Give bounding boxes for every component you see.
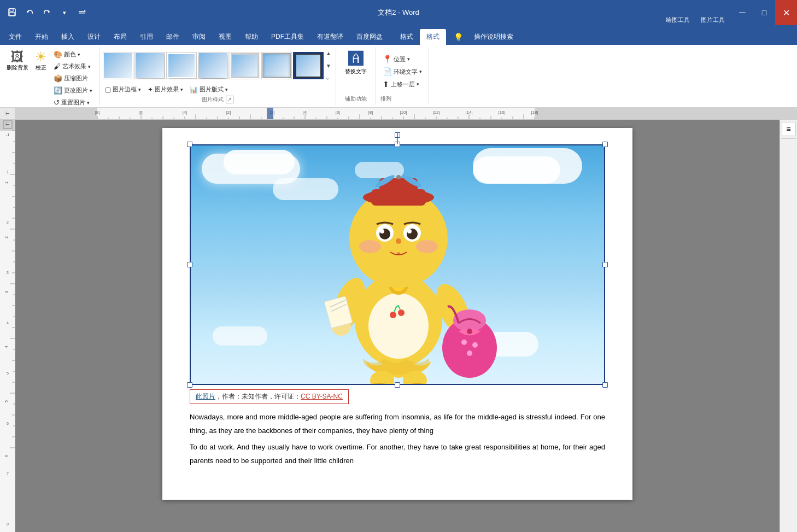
pic-style-7[interactable]	[293, 52, 324, 79]
help-icon-btn[interactable]: 💡	[448, 30, 468, 45]
handle-middle-left[interactable]	[187, 262, 192, 267]
picture-tools-label: 图片工具	[696, 15, 729, 25]
pic-style-1[interactable]	[103, 52, 133, 79]
tab-insert[interactable]: 插入	[55, 29, 81, 45]
calibrate-button[interactable]: ☀ 校正	[33, 48, 49, 72]
svg-text:|14|: |14|	[465, 110, 472, 115]
pic-style-4[interactable]	[198, 52, 228, 79]
tab-mailings[interactable]: 邮件	[160, 29, 186, 45]
position-button[interactable]: 📍 位置 ▾	[380, 54, 424, 65]
qat-dropdown-button[interactable]: ▾	[57, 5, 72, 20]
tab-format2[interactable]: 格式	[420, 29, 446, 45]
ribbon-group-aux: 🅰 替换文字 辅助功能	[336, 47, 376, 105]
svg-point-130	[396, 238, 401, 244]
tab-home[interactable]: 开始	[28, 29, 55, 45]
image-container[interactable]	[190, 144, 605, 385]
handle-top-right[interactable]	[602, 142, 608, 147]
redo-button[interactable]	[39, 5, 55, 20]
svg-text:|8|: |8|	[95, 110, 100, 115]
pic-styles-group-label: 图片样式 ↗	[103, 95, 332, 103]
tab-format1[interactable]: 格式	[394, 29, 420, 45]
svg-rect-65	[267, 108, 273, 119]
color-button[interactable]: 🎨 颜色 ▾	[51, 49, 95, 60]
vertical-ruler: 1 2 3 4 5 6 -1 ⊢ 1 2 3 4 5 6 7 8	[0, 120, 15, 532]
svg-text:|18|: |18|	[531, 110, 538, 115]
main-area: 1 2 3 4 5 6 -1 ⊢ 1 2 3 4 5 6 7 8	[0, 120, 797, 532]
svg-point-143	[461, 340, 467, 345]
pic-border-button[interactable]: ▢ 图片边框 ▾	[103, 84, 143, 95]
handle-bottom-center[interactable]	[395, 382, 400, 388]
tab-view[interactable]: 视图	[212, 29, 238, 45]
handle-bottom-right[interactable]	[602, 382, 608, 388]
tab-design[interactable]: 设计	[81, 29, 107, 45]
svg-point-108	[368, 293, 429, 359]
pic-style-5[interactable]	[230, 52, 260, 79]
styles-scroll-down[interactable]: ▼	[325, 62, 332, 70]
change-picture-button[interactable]: 🔄 更改图片 ▾	[51, 85, 95, 96]
tab-review[interactable]: 审阅	[186, 29, 212, 45]
document-canvas[interactable]: 此照片，作者：未知作者，许可证：CC BY-SA-NC Nowadays, mo…	[15, 120, 780, 532]
search-ribbon-btn[interactable]: 操作说明搜索	[468, 29, 519, 45]
art-effect-button[interactable]: 🖌 艺术效果 ▾	[51, 61, 95, 72]
svg-point-109	[390, 312, 396, 318]
window-title: 文档2 - Word	[378, 8, 419, 17]
svg-marker-7	[84, 10, 86, 11]
svg-text:|4|: |4|	[183, 110, 187, 115]
pic-style-3[interactable]	[166, 52, 197, 79]
svg-text:|6|: |6|	[139, 110, 144, 115]
styles-expand[interactable]: ⬦	[325, 74, 332, 82]
sidebar-layout-button[interactable]: ≡	[782, 122, 796, 136]
bring-forward-button[interactable]: ⬆ 上移一层 ▾	[380, 79, 424, 90]
handle-top-left[interactable]	[187, 142, 192, 147]
maximize-button[interactable]: □	[753, 0, 775, 25]
ribbon-group-arrange: 📍 位置 ▾ 📄 环绕文字 ▾ ⬆ 上移一层 ▾ 排列	[376, 47, 429, 105]
caption-link-license[interactable]: CC BY-SA-NC	[301, 393, 343, 400]
caption-link-photo[interactable]: 此照片	[196, 393, 215, 400]
svg-text:|8|: |8|	[368, 110, 373, 115]
wrap-text-button[interactable]: 📄 环绕文字 ▾	[380, 66, 424, 77]
tab-translate[interactable]: 有道翻译	[310, 29, 350, 45]
tab-references[interactable]: 引用	[133, 29, 160, 45]
pic-version-button[interactable]: 📊 图片版式 ▾	[187, 84, 230, 95]
doc-paragraph-2: To do at work. And they usually have to …	[190, 441, 605, 467]
svg-text:|12|: |12|	[432, 110, 439, 115]
svg-text:|10|: |10|	[400, 110, 407, 115]
title-bar: ▾ 文档2 - Word 绘图工具 图片工具 ─ □ ✕	[0, 0, 797, 25]
pic-style-6[interactable]	[261, 52, 292, 79]
ruler-horizontal: |8| |6| |4| |2| |2| |4| |6| |8| |10| |12…	[15, 108, 797, 119]
svg-text:⊢: ⊢	[5, 122, 10, 127]
remove-background-button[interactable]: 🖼 删除背景	[4, 48, 31, 72]
document-image[interactable]	[190, 144, 605, 385]
aux-group-label: 辅助功能	[345, 94, 367, 103]
undo-button[interactable]	[22, 5, 37, 20]
ruler-corner[interactable]: ⊢	[0, 108, 15, 119]
compress-image-button[interactable]: 📦 压缩图片	[51, 73, 95, 84]
svg-point-145	[467, 350, 472, 356]
reset-picture-button[interactable]: ↺ 重置图片 ▾	[51, 97, 95, 108]
minimize-button[interactable]: ─	[731, 0, 753, 25]
pic-styles-expand-icon[interactable]: ↗	[226, 96, 233, 103]
qat-more-button[interactable]	[74, 5, 90, 20]
doc-paragraph-1: Nowadays, more and more middle-aged peop…	[190, 411, 605, 437]
tab-baidu[interactable]: 百度网盘	[350, 29, 389, 45]
svg-point-133	[397, 252, 400, 255]
svg-rect-10	[535, 108, 797, 119]
replace-text-button[interactable]: 🅰 替换文字	[342, 49, 370, 78]
close-button[interactable]: ✕	[775, 0, 797, 25]
svg-text:|16|: |16|	[498, 110, 505, 115]
styles-scroll-up[interactable]: ▲	[325, 49, 332, 57]
svg-text:|2|: |2|	[226, 110, 231, 115]
handle-bottom-left[interactable]	[187, 382, 192, 388]
svg-rect-2	[9, 13, 15, 15]
tab-file[interactable]: 文件	[2, 29, 28, 45]
pic-effects-button[interactable]: ✦ 图片效果 ▾	[145, 84, 185, 95]
save-button[interactable]	[4, 5, 20, 20]
tab-pdf[interactable]: PDF工具集	[265, 29, 310, 45]
tab-help[interactable]: 帮助	[238, 29, 265, 45]
caption-author-text: ，作者：未知作者，许可证：	[215, 393, 301, 400]
ribbon-group-pic-styles: ▲ ▼ ⬦ ▢ 图片边框 ▾ ✦ 图片效果 ▾ 📊 图片版式 ▾	[99, 47, 336, 105]
handle-middle-right[interactable]	[602, 262, 608, 267]
pic-style-2[interactable]	[134, 52, 165, 79]
tab-layout[interactable]: 布局	[107, 29, 133, 45]
document-page: 此照片，作者：未知作者，许可证：CC BY-SA-NC Nowadays, mo…	[162, 128, 632, 500]
